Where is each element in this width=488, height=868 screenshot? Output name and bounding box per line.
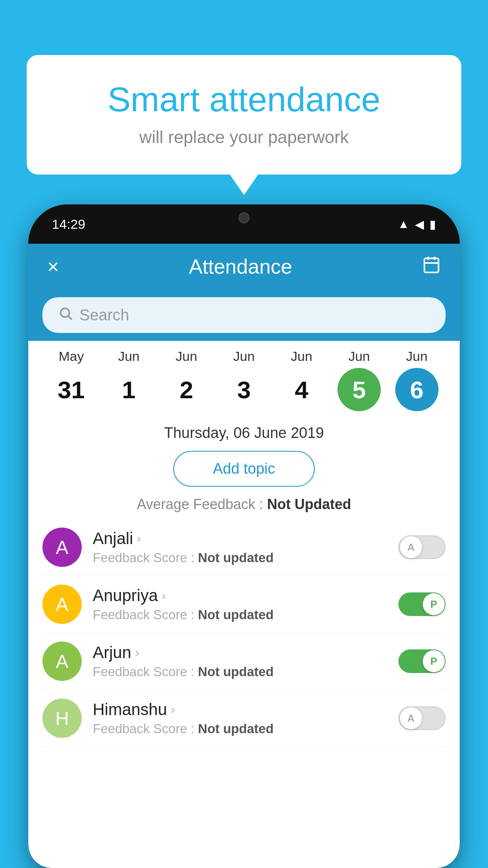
speech-bubble-container: Smart attendance will replace your paper… bbox=[27, 55, 461, 175]
student-feedback: Feedback Score : Not updated bbox=[93, 721, 398, 736]
search-placeholder: Search bbox=[79, 306, 129, 324]
calendar-day-6[interactable]: Jun6 bbox=[395, 349, 438, 411]
student-avatar: A bbox=[42, 528, 82, 567]
attendance-toggle[interactable]: A bbox=[398, 706, 446, 730]
chevron-right-icon: › bbox=[135, 646, 139, 659]
calendar-day-3[interactable]: Jun3 bbox=[222, 349, 266, 411]
student-info: Arjun ›Feedback Score : Not updated bbox=[82, 643, 398, 679]
student-feedback: Feedback Score : Not updated bbox=[93, 607, 398, 622]
cal-month-label: Jun bbox=[291, 349, 312, 364]
speech-bubble: Smart attendance will replace your paper… bbox=[27, 55, 461, 175]
student-info: Anupriya ›Feedback Score : Not updated bbox=[82, 586, 398, 622]
student-avatar: A bbox=[42, 585, 82, 624]
calendar-day-5[interactable]: Jun5 bbox=[338, 349, 381, 411]
chevron-right-icon: › bbox=[137, 532, 141, 545]
student-info: Anjali ›Feedback Score : Not updated bbox=[82, 529, 398, 565]
student-feedback: Feedback Score : Not updated bbox=[93, 664, 398, 679]
cal-month-label: Jun bbox=[349, 349, 370, 364]
student-avatar: A bbox=[42, 642, 82, 681]
attendance-toggle[interactable]: A bbox=[398, 535, 446, 559]
student-name: Anupriya › bbox=[93, 586, 398, 605]
calendar-icon[interactable] bbox=[422, 255, 441, 278]
calendar-day-2[interactable]: Jun2 bbox=[165, 349, 208, 411]
add-topic-button[interactable]: Add topic bbox=[173, 451, 315, 487]
student-name: Himanshu › bbox=[93, 700, 398, 719]
cal-month-label: Jun bbox=[176, 349, 197, 364]
phone-frame: 14:29 ▲ ◀ ▮ × Attendance bbox=[28, 204, 460, 868]
cal-date-number: 1 bbox=[107, 368, 150, 411]
header-title: Attendance bbox=[189, 255, 292, 278]
camera bbox=[238, 212, 250, 223]
student-name: Arjun › bbox=[93, 643, 398, 662]
cal-date-number: 6 bbox=[395, 368, 438, 411]
search-bar-wrapper: Search bbox=[28, 289, 460, 341]
student-item[interactable]: AArjun ›Feedback Score : Not updatedP bbox=[42, 633, 446, 690]
toggle-knob: A bbox=[400, 707, 422, 729]
cal-month-label: Jun bbox=[233, 349, 255, 364]
status-icons: ▲ ◀ ▮ bbox=[398, 217, 436, 231]
calendar-day-1[interactable]: Jun1 bbox=[107, 349, 150, 411]
student-list: AAnjali ›Feedback Score : Not updatedAAA… bbox=[28, 519, 460, 747]
attendance-toggle[interactable]: P bbox=[398, 649, 446, 673]
svg-point-4 bbox=[61, 308, 69, 317]
cal-date-number: 31 bbox=[50, 368, 93, 411]
calendar-strip: May31Jun1Jun2Jun3Jun4Jun5Jun6 bbox=[28, 341, 460, 415]
status-bar: 14:29 ▲ ◀ ▮ bbox=[28, 204, 460, 244]
student-info: Himanshu ›Feedback Score : Not updated bbox=[82, 700, 398, 736]
cal-month-label: Jun bbox=[118, 349, 139, 364]
app-screen: × Attendance Search bbox=[28, 244, 460, 868]
chevron-right-icon: › bbox=[171, 703, 175, 716]
cal-date-number: 2 bbox=[165, 368, 208, 411]
svg-rect-0 bbox=[424, 258, 438, 272]
signal-icon: ◀ bbox=[415, 217, 424, 231]
toggle-knob: P bbox=[423, 593, 445, 615]
calendar-day-0[interactable]: May31 bbox=[50, 349, 93, 411]
status-time: 14:29 bbox=[52, 217, 85, 232]
svg-line-5 bbox=[68, 316, 72, 320]
avg-feedback: Average Feedback : Not Updated bbox=[28, 493, 460, 519]
cal-date-number: 5 bbox=[338, 368, 381, 411]
student-item[interactable]: HHimanshu ›Feedback Score : Not updatedA bbox=[42, 690, 446, 747]
calendar-day-4[interactable]: Jun4 bbox=[280, 349, 323, 411]
speech-bubble-subtitle: will replace your paperwork bbox=[58, 127, 430, 147]
cal-date-number: 3 bbox=[222, 368, 266, 411]
chevron-right-icon: › bbox=[162, 589, 166, 602]
app-header: × Attendance bbox=[28, 244, 460, 289]
student-avatar: H bbox=[42, 699, 82, 738]
toggle-knob: P bbox=[423, 650, 445, 672]
notch bbox=[209, 204, 279, 231]
attendance-toggle[interactable]: P bbox=[398, 592, 446, 616]
cal-month-label: May bbox=[59, 349, 84, 364]
student-item[interactable]: AAnjali ›Feedback Score : Not updatedA bbox=[42, 519, 446, 576]
cal-month-label: Jun bbox=[406, 349, 427, 364]
student-name: Anjali › bbox=[93, 529, 398, 548]
selected-date: Thursday, 06 June 2019 bbox=[28, 415, 460, 445]
student-item[interactable]: AAnupriya ›Feedback Score : Not updatedP bbox=[42, 576, 446, 633]
battery-icon: ▮ bbox=[429, 217, 436, 231]
close-button[interactable]: × bbox=[47, 255, 59, 278]
search-bar[interactable]: Search bbox=[42, 297, 446, 333]
student-feedback: Feedback Score : Not updated bbox=[93, 550, 398, 565]
cal-date-number: 4 bbox=[280, 368, 323, 411]
toggle-knob: A bbox=[400, 536, 422, 558]
speech-bubble-title: Smart attendance bbox=[58, 79, 430, 120]
wifi-icon: ▲ bbox=[398, 217, 409, 231]
search-icon bbox=[58, 306, 73, 324]
